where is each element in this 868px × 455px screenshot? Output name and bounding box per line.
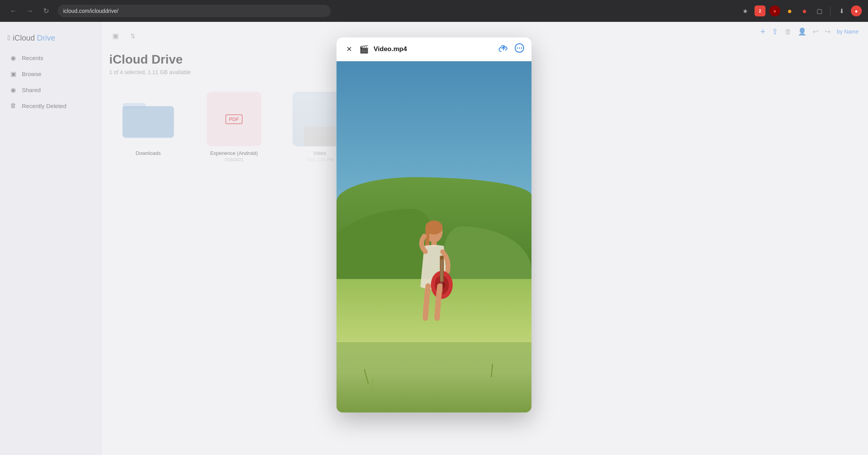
ext-icon-2[interactable]: ● [784, 5, 795, 16]
puzzle-icon[interactable]: ▢ [814, 5, 825, 16]
divider [830, 7, 831, 15]
browser-right: ★ 2 ● ● ● ▢ ⬇ ● [740, 5, 862, 16]
modal-header: ✕ 🎬 Video.mp4 [337, 37, 531, 61]
modal-close-button[interactable]: ✕ [344, 44, 354, 55]
nav-buttons: ← → ↻ [6, 4, 53, 18]
address-bar[interactable]: icloud.com/iclouddrive/ [58, 5, 331, 17]
browser-chrome: ← → ↻ icloud.com/iclouddrive/ ★ 2 ● ● ● … [0, 0, 868, 22]
svg-point-5 [519, 48, 520, 49]
ext-icon-1[interactable]: ● [769, 5, 780, 16]
person-figure [403, 217, 465, 335]
film-icon: 🎬 [359, 44, 369, 54]
ext-icon-3[interactable]: ● [799, 5, 810, 16]
video-preview [337, 61, 531, 412]
modal-title: Video.mp4 [374, 45, 493, 53]
user-avatar[interactable]: ● [851, 5, 862, 16]
video-scene [337, 61, 531, 412]
modal-body [337, 61, 531, 412]
person-svg [403, 217, 465, 334]
modal-actions [498, 43, 524, 55]
modal-more-button[interactable] [514, 43, 524, 55]
main-content:  iCloud Drive ◉ Recents ▣ Browse ◉ Shar… [0, 22, 868, 455]
star-icon[interactable]: ★ [740, 5, 751, 16]
forward-button[interactable]: → [23, 4, 37, 18]
modal-overlay: ✕ 🎬 Video.mp4 [0, 22, 868, 455]
video-modal: ✕ 🎬 Video.mp4 [337, 37, 531, 412]
refresh-button[interactable]: ↻ [39, 4, 53, 18]
svg-rect-9 [425, 228, 429, 248]
url-text: icloud.com/iclouddrive/ [63, 8, 119, 14]
extension-badge[interactable]: 2 [755, 5, 765, 16]
download-icon[interactable]: ⬇ [836, 5, 847, 16]
back-button[interactable]: ← [6, 4, 20, 18]
svg-point-4 [517, 48, 518, 49]
modal-upload-button[interactable] [498, 43, 509, 55]
svg-point-6 [521, 48, 522, 49]
